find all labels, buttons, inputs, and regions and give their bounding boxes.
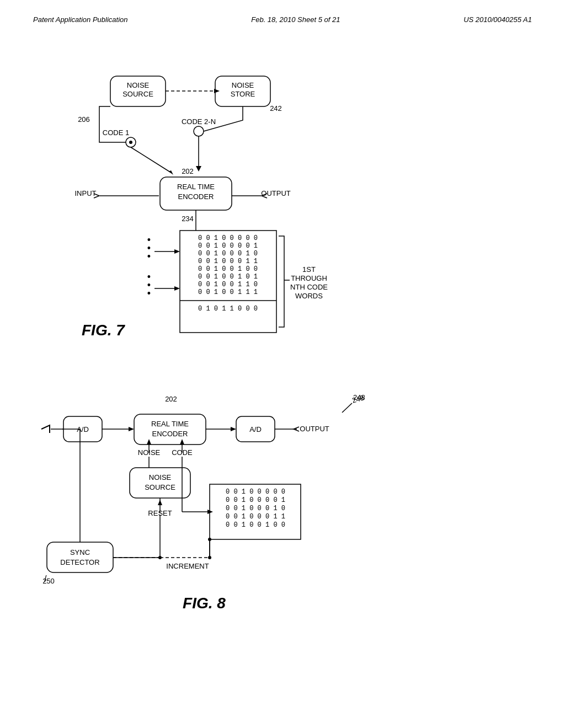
svg-marker-33: [174, 249, 180, 254]
header-left: Patent Application Publication: [33, 15, 128, 24]
svg-text:248: 248: [353, 393, 365, 402]
svg-marker-18: [169, 170, 173, 175]
fig7-svg: NOISE SOURCE NOISE STORE 206 242 CODE 1 …: [0, 29, 565, 371]
svg-text:STORE: STORE: [231, 90, 255, 98]
svg-text:234: 234: [182, 215, 194, 223]
svg-marker-68: [231, 427, 236, 431]
svg-text:0 0 1 0 0 0 1 1: 0 0 1 0 0 0 1 1: [198, 258, 258, 265]
svg-text:0 0 1 0 0 1 0 0: 0 0 1 0 0 1 0 0: [198, 265, 258, 273]
header-center: Feb. 18, 2010 Sheet 5 of 21: [251, 15, 340, 24]
svg-text:/: /: [44, 574, 47, 584]
svg-marker-7: [214, 89, 220, 93]
svg-text:SOURCE: SOURCE: [145, 483, 175, 491]
svg-text:CODE 1: CODE 1: [103, 129, 129, 137]
svg-line-58: [342, 403, 352, 413]
svg-text:202: 202: [165, 395, 177, 403]
svg-text:OUTPUT: OUTPUT: [261, 189, 291, 197]
svg-text:INPUT: INPUT: [75, 189, 97, 197]
svg-text:NOISE: NOISE: [127, 81, 150, 89]
svg-text:0 0 1 0 0 1 0 0: 0 0 1 0 0 1 0 0: [226, 521, 285, 529]
svg-marker-75: [147, 439, 151, 445]
svg-text:CODE 2-N: CODE 2-N: [182, 117, 216, 126]
svg-text:206: 206: [78, 115, 90, 124]
svg-text:0 0 1 0 0 0 1 1: 0 0 1 0 0 0 1 1: [226, 513, 285, 521]
svg-marker-78: [180, 439, 184, 445]
svg-text:OUTPUT: OUTPUT: [300, 425, 329, 433]
svg-text:REAL TIME: REAL TIME: [151, 420, 189, 428]
svg-text:REAL TIME: REAL TIME: [177, 183, 215, 191]
svg-text:0 1 0 1 1 0 0 0: 0 1 0 1 1 0 0 0: [198, 305, 258, 313]
svg-marker-38: [174, 286, 180, 291]
fig7-container: NOISE SOURCE NOISE STORE 206 242 CODE 1 …: [0, 29, 565, 371]
svg-text:ENCODER: ENCODER: [178, 192, 214, 201]
svg-text:DETECTOR: DETECTOR: [60, 558, 99, 566]
svg-text:NTH CODE: NTH CODE: [290, 283, 328, 291]
svg-text:WORDS: WORDS: [295, 292, 323, 300]
header-right: US 2010/0040255 A1: [463, 15, 532, 24]
svg-marker-95: [207, 510, 213, 514]
svg-text:242: 242: [270, 104, 282, 113]
svg-text:202: 202: [182, 167, 194, 175]
svg-point-13: [194, 126, 204, 136]
page-header: Patent Application Publication Feb. 18, …: [0, 0, 565, 29]
svg-text:NOISE: NOISE: [232, 81, 254, 89]
svg-text:SYNC: SYNC: [70, 548, 90, 556]
svg-text:ENCODER: ENCODER: [152, 430, 188, 438]
svg-text:FIG. 8: FIG. 8: [183, 595, 226, 612]
svg-text:0 0 1 0 0 0 1 0: 0 0 1 0 0 0 1 0: [226, 505, 285, 512]
svg-line-17: [131, 147, 171, 173]
svg-text:A/D: A/D: [249, 425, 262, 433]
svg-text:SOURCE: SOURCE: [122, 90, 153, 98]
svg-text:0 0 1 0 0 1 1 0: 0 0 1 0 0 1 1 0: [198, 281, 258, 288]
svg-text:0 0 1 0 0 0 0 1: 0 0 1 0 0 0 0 1: [198, 242, 258, 250]
svg-text:•: •: [147, 288, 151, 299]
svg-marker-15: [196, 166, 201, 172]
fig8-container: 202 248 248 A/D REAL TIME ENCODER A/D OU…: [0, 371, 565, 728]
svg-text:THROUGH: THROUGH: [291, 274, 327, 282]
svg-text:0 0 1 0 0 0 1 0: 0 0 1 0 0 0 1 0: [198, 250, 258, 258]
svg-text:FIG. 7: FIG. 7: [82, 322, 125, 339]
svg-text:0 0 1 0 0 0 0 1: 0 0 1 0 0 0 0 1: [226, 496, 285, 504]
svg-text:1ST: 1ST: [302, 265, 316, 274]
fig8-svg: 202 248 248 A/D REAL TIME ENCODER A/D OU…: [0, 371, 565, 728]
svg-text:NOISE: NOISE: [149, 473, 172, 481]
svg-text:0 0 1 0 0 1 1 1: 0 0 1 0 0 1 1 1: [198, 288, 258, 296]
svg-text:•: •: [147, 251, 151, 262]
svg-text:INCREMENT: INCREMENT: [166, 562, 209, 570]
svg-text:0 0 1 0 0 1 0 1: 0 0 1 0 0 1 0 1: [198, 273, 258, 281]
svg-point-112: [158, 556, 162, 559]
svg-rect-96: [47, 542, 113, 572]
svg-point-16: [129, 141, 132, 144]
svg-marker-63: [129, 427, 134, 431]
svg-text:0 0 1 0 0 0 0 0: 0 0 1 0 0 0 0 0: [198, 234, 258, 242]
svg-text:0 0 1 0 0 0 0 0: 0 0 1 0 0 0 0 0: [226, 488, 285, 496]
